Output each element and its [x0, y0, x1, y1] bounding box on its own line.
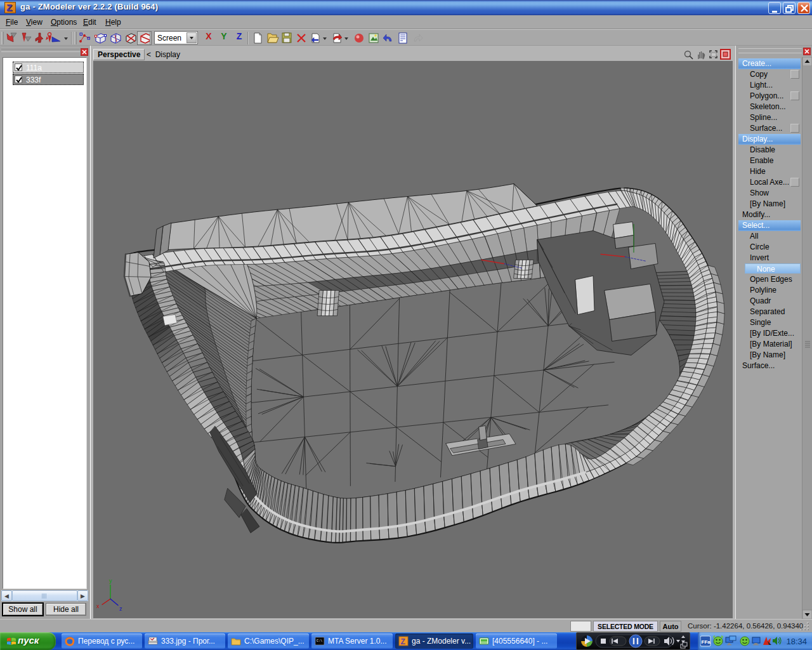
- svg-text:FFa: FFa: [702, 639, 711, 645]
- svg-text:Z: Z: [401, 637, 405, 646]
- svg-text:C:\: C:\: [317, 639, 322, 643]
- svg-text:z: z: [119, 606, 122, 612]
- svg-text:y: y: [109, 578, 112, 584]
- svg-text:x: x: [96, 603, 100, 609]
